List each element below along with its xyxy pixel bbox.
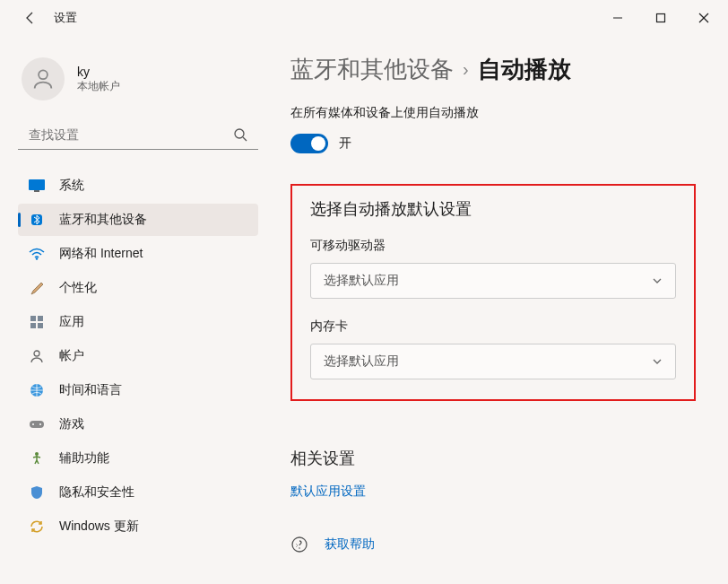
- nav-label: 游戏: [59, 416, 84, 432]
- nav-label: 帐户: [59, 348, 84, 364]
- svg-rect-14: [38, 323, 43, 328]
- removable-drive-label: 可移动驱动器: [310, 238, 676, 254]
- nav-gaming[interactable]: 游戏: [18, 408, 258, 440]
- removable-drive-dropdown[interactable]: 选择默认应用: [310, 263, 676, 299]
- nav-label: 蓝牙和其他设备: [59, 212, 147, 228]
- svg-line-6: [243, 137, 247, 141]
- dropdown-value: 选择默认应用: [324, 353, 399, 370]
- update-icon: [29, 519, 45, 535]
- nav-label: Windows 更新: [59, 519, 139, 535]
- svg-point-4: [39, 70, 48, 79]
- memory-card-label: 内存卡: [310, 318, 676, 335]
- svg-rect-7: [29, 179, 45, 190]
- svg-rect-8: [34, 190, 39, 192]
- avatar: [22, 57, 65, 100]
- titlebar: 设置: [0, 0, 728, 36]
- app-title: 设置: [54, 10, 77, 26]
- search-input[interactable]: [29, 127, 233, 142]
- user-block[interactable]: ky 本地帐户: [18, 52, 258, 117]
- shield-icon: [29, 484, 45, 501]
- nav-update[interactable]: Windows 更新: [18, 510, 258, 543]
- person-icon: [29, 348, 45, 364]
- dropdown-value: 选择默认应用: [324, 273, 399, 289]
- nav-bluetooth[interactable]: 蓝牙和其他设备: [18, 204, 258, 236]
- svg-rect-13: [30, 323, 36, 328]
- back-button[interactable]: [22, 9, 39, 27]
- nav-list: 系统 蓝牙和其他设备 网络和 Internet 个性化 应用 帐户: [18, 170, 258, 543]
- svg-point-15: [34, 351, 39, 356]
- svg-point-20: [35, 452, 39, 456]
- chevron-right-icon: ›: [463, 59, 469, 80]
- help-icon: [290, 536, 308, 553]
- svg-rect-11: [30, 316, 36, 321]
- svg-point-5: [235, 129, 244, 138]
- nav-accounts[interactable]: 帐户: [18, 340, 258, 372]
- svg-rect-17: [30, 421, 44, 428]
- related-settings-heading: 相关设置: [290, 448, 696, 469]
- nav-system[interactable]: 系统: [18, 170, 258, 202]
- bluetooth-icon: [29, 212, 45, 228]
- nav-label: 网络和 Internet: [59, 246, 143, 262]
- breadcrumb-parent[interactable]: 蓝牙和其他设备: [290, 54, 454, 85]
- nav-label: 辅助功能: [59, 450, 109, 466]
- svg-point-18: [32, 423, 34, 425]
- nav-apps[interactable]: 应用: [18, 306, 258, 338]
- page-title: 自动播放: [478, 54, 571, 85]
- nav-privacy[interactable]: 隐私和安全性: [18, 476, 258, 509]
- nav-time[interactable]: 时间和语言: [18, 374, 258, 406]
- display-icon: [29, 178, 45, 194]
- get-help-link[interactable]: 获取帮助: [325, 536, 375, 553]
- maximize-button[interactable]: [640, 4, 681, 32]
- svg-rect-1: [657, 14, 665, 22]
- user-account-type: 本地帐户: [77, 79, 120, 94]
- toggle-state-text: 开: [339, 135, 351, 152]
- content-pane: 蓝牙和其他设备 › 自动播放 在所有媒体和设备上使用自动播放 开 选择自动播放默…: [269, 36, 728, 584]
- user-name: ky: [77, 65, 120, 79]
- brush-icon: [29, 280, 45, 296]
- apps-icon: [29, 314, 45, 330]
- nav-label: 应用: [59, 314, 84, 330]
- search-icon: [233, 127, 247, 142]
- nav-accessibility[interactable]: 辅助功能: [18, 442, 258, 475]
- close-button[interactable]: [683, 4, 724, 32]
- accessibility-icon: [29, 450, 45, 466]
- nav-label: 系统: [59, 178, 84, 194]
- svg-point-19: [39, 423, 41, 425]
- nav-personalization[interactable]: 个性化: [18, 272, 258, 304]
- nav-label: 隐私和安全性: [59, 484, 134, 501]
- minimize-button[interactable]: [597, 4, 638, 32]
- chevron-down-icon: [652, 356, 663, 367]
- search-box[interactable]: [18, 120, 258, 150]
- defaults-section: 选择自动播放默认设置 可移动驱动器 选择默认应用 内存卡 选择默认应用: [290, 184, 696, 401]
- breadcrumb: 蓝牙和其他设备 › 自动播放: [290, 54, 696, 85]
- wifi-icon: [29, 246, 45, 262]
- defaults-heading: 选择自动播放默认设置: [310, 198, 676, 220]
- svg-rect-12: [38, 316, 43, 321]
- memory-card-dropdown[interactable]: 选择默认应用: [310, 344, 676, 379]
- nav-label: 个性化: [59, 280, 97, 296]
- autoplay-toggle-label: 在所有媒体和设备上使用自动播放: [290, 105, 696, 121]
- default-apps-link[interactable]: 默认应用设置: [290, 484, 696, 500]
- globe-clock-icon: [29, 382, 45, 398]
- autoplay-toggle[interactable]: [290, 134, 328, 153]
- gamepad-icon: [29, 416, 45, 432]
- svg-point-22: [299, 547, 300, 549]
- svg-point-10: [36, 257, 38, 259]
- nav-network[interactable]: 网络和 Internet: [18, 238, 258, 270]
- sidebar: ky 本地帐户 系统 蓝牙和其他设备 网络和 Internet: [0, 36, 269, 584]
- window-controls: [597, 4, 724, 32]
- chevron-down-icon: [652, 275, 663, 286]
- nav-label: 时间和语言: [59, 382, 122, 398]
